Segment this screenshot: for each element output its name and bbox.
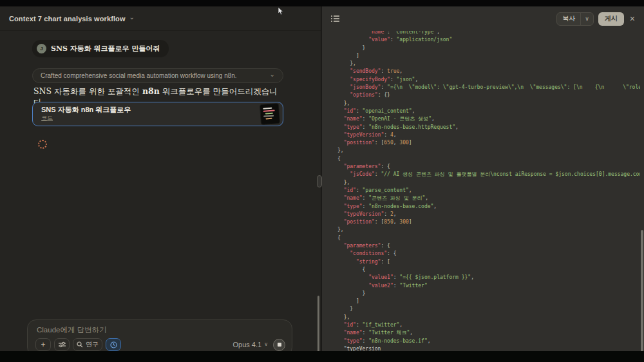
avatar: J	[37, 44, 46, 53]
conversation-title[interactable]: Context 7 chart analysis workflow	[9, 15, 126, 23]
panel-scrollbar[interactable]	[641, 230, 643, 356]
thinking-summary-bar[interactable]: Crafted comprehensive social media autom…	[32, 68, 283, 83]
model-label: Opus 4.1	[233, 341, 262, 348]
mcp-clock-button[interactable]	[106, 338, 121, 351]
artifact-card[interactable]: SNS 자동화 n8n 워크플로우 코드	[32, 102, 283, 126]
artifact-panel-header: 복사 ∨ 게시 ×	[322, 6, 644, 31]
close-icon[interactable]: ×	[629, 14, 636, 23]
chat-panel: Context 7 chart analysis workflow ⌄ J SN…	[0, 6, 321, 351]
plus-icon: +	[41, 341, 45, 348]
composer-placeholder[interactable]: Claude에게 답변하기	[37, 325, 284, 335]
publish-button[interactable]: 게시	[598, 12, 624, 26]
mouse-cursor	[278, 7, 284, 15]
outline-list-icon	[331, 15, 339, 23]
artifact-subtitle[interactable]: 코드	[41, 114, 260, 122]
stop-button[interactable]	[273, 339, 285, 351]
artifact-thumbnail	[260, 103, 280, 125]
letterbox-top	[0, 0, 644, 6]
research-button[interactable]: 연구	[73, 338, 102, 351]
panel-actions: 복사 ∨ 게시 ×	[556, 12, 636, 26]
chevron-down-icon[interactable]: ∨	[580, 13, 593, 25]
code-editor[interactable]: "name": "Content-Type", "value": "applic…	[337, 31, 640, 351]
user-message-text: SNS 자동화 워크플로우 만들어줘	[51, 44, 160, 53]
model-picker[interactable]: Opus 4.1 ∨	[233, 341, 269, 348]
artifact-panel: 복사 ∨ 게시 × "name": "Content-Type", "value…	[322, 6, 644, 351]
chevron-down-icon[interactable]: ⌄	[270, 71, 275, 78]
chevron-down-icon: ∨	[264, 342, 268, 347]
chevron-down-icon[interactable]: ⌄	[129, 14, 135, 21]
artifact-title: SNS 자동화 n8n 워크플로우	[41, 106, 260, 115]
thinking-summary-text: Crafted comprehensive social media autom…	[41, 72, 270, 79]
sliders-icon	[59, 341, 66, 348]
copy-label: 복사	[557, 13, 580, 25]
attach-button[interactable]: +	[35, 338, 51, 351]
search-icon	[77, 341, 83, 348]
assistant-text-bold: n8n	[142, 86, 160, 96]
chat-header: Context 7 chart analysis workflow ⌄	[0, 6, 321, 31]
composer-toolbar: + 연구	[35, 338, 285, 351]
copy-button[interactable]: 복사 ∨	[556, 12, 594, 26]
composer-right: Opus 4.1 ∨	[233, 339, 286, 351]
clock-icon	[110, 341, 117, 348]
loading-spinner	[38, 140, 47, 149]
letterbox-bottom	[0, 351, 644, 362]
stop-icon	[278, 343, 281, 347]
artifact-meta: SNS 자동화 n8n 워크플로우 코드	[41, 106, 260, 123]
research-label: 연구	[86, 340, 99, 349]
app-window: Context 7 chart analysis workflow ⌄ J SN…	[0, 0, 644, 362]
outline-button[interactable]	[329, 13, 341, 24]
user-message-row: J SNS 자동화 워크플로우 만들어줘	[32, 40, 169, 57]
tools-button[interactable]	[54, 338, 70, 351]
assistant-text-part: SNS 자동화를 위한 포괄적인	[33, 86, 142, 96]
user-message-bubble[interactable]: J SNS 자동화 워크플로우 만들어줘	[32, 40, 169, 57]
code-area: "name": "Content-Type", "value": "applic…	[322, 31, 640, 351]
panel-resize-handle[interactable]	[317, 175, 322, 187]
